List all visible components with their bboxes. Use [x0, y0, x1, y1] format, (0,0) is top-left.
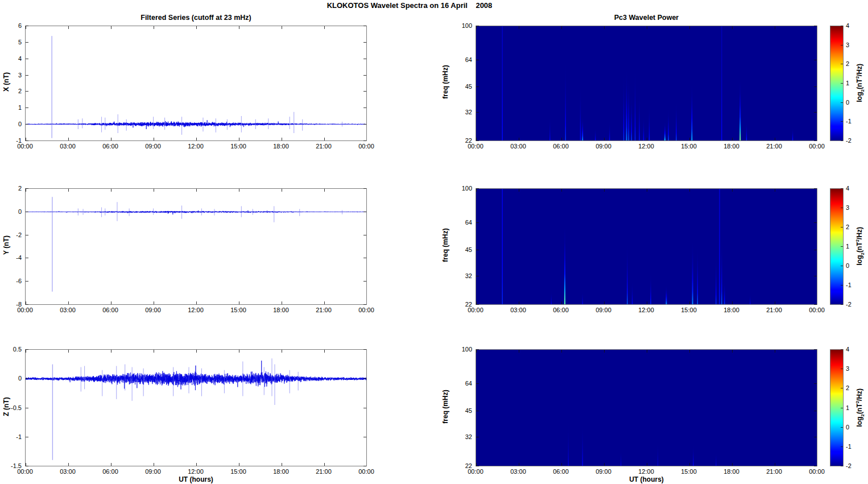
y-tick-label: 6	[5, 22, 22, 29]
colorbar-top	[830, 26, 844, 141]
x-tick-label: 15:00	[222, 307, 254, 313]
x-tick-label: 15:00	[673, 307, 705, 313]
x-tick-label: 21:00	[308, 468, 340, 475]
colorbar-middle	[830, 188, 844, 305]
x-tick-label: 03:00	[52, 143, 84, 150]
x-tick-label: 15:00	[673, 468, 705, 475]
x-tick-label: 00:00	[350, 468, 382, 475]
y-tick-label: 0	[5, 208, 22, 215]
colorbar-tick-label: 1	[846, 243, 861, 250]
y-tick-label: -1	[5, 137, 22, 144]
y-tick-label: 0	[5, 375, 22, 382]
x-tick-label: 21:00	[308, 143, 340, 150]
freq-tick-label: 64	[453, 380, 472, 387]
x-tick-label: 09:00	[588, 307, 619, 313]
colorbar-tick-label: 1	[846, 80, 861, 86]
colorbar-tick-label: -1	[846, 443, 861, 450]
freq-tick-label: 32	[453, 433, 472, 440]
ut-hours-label-left: UT (hours)	[25, 475, 367, 483]
x-tick-label: 21:00	[758, 468, 790, 475]
colorbar-tick-label: -1	[846, 282, 861, 288]
freq-tick-label: 100	[453, 346, 472, 353]
x-tick-label: 15:00	[222, 468, 254, 475]
figure-title: KLOKOTOS Wavelet Spectra on 16 April 200…	[0, 1, 819, 10]
x-tick-label: 18:00	[265, 468, 297, 475]
x-tick-label: 00:00	[350, 307, 382, 313]
colorbar-tick-label: 4	[846, 346, 861, 353]
colorbar-tick-label: -2	[846, 462, 861, 469]
x-tick-label: 03:00	[502, 468, 534, 475]
x-tick-label: 21:00	[308, 307, 340, 313]
freq-tick-label: 45	[453, 407, 472, 414]
freq-tick-label: 32	[453, 272, 472, 279]
x-tick-label: 09:00	[137, 143, 169, 150]
x-tick-label: 06:00	[545, 468, 577, 475]
freq-tick-label: 45	[453, 246, 472, 253]
x-tick-label: 09:00	[588, 143, 619, 150]
x-tick-label: 06:00	[545, 307, 577, 313]
y-tick-label: 1	[5, 104, 22, 111]
x-tick-label: 21:00	[758, 307, 790, 313]
x-tick-label: 00:00	[801, 468, 833, 475]
y-filtered-series-plot	[25, 188, 367, 305]
x-tick-label: 06:00	[545, 143, 577, 150]
x-filtered-series-plot	[25, 26, 367, 141]
freq-tick-label: 100	[453, 22, 472, 29]
freq-axis-label-top: freq (mHz)	[441, 42, 449, 122]
x-tick-label: 12:00	[180, 143, 212, 150]
ut-hours-label-right: UT (hours)	[476, 475, 817, 483]
freq-tick-label: 100	[453, 185, 472, 192]
x-tick-label: 21:00	[758, 143, 790, 150]
y-tick-label: -2	[5, 231, 22, 238]
x-tick-label: 03:00	[502, 307, 534, 313]
freq-tick-label: 45	[453, 83, 472, 90]
y-tick-label: 3	[5, 72, 22, 78]
colorbar-tick-label: -2	[846, 137, 861, 144]
x-tick-label: 06:00	[94, 143, 126, 150]
freq-axis-label-middle: freq (mHz)	[441, 205, 449, 285]
colorbar-tick-label: 2	[846, 60, 861, 67]
colorbar-label-part: 2	[855, 76, 860, 78]
colorbar-tick-label: 2	[846, 384, 861, 391]
x-tick-label: 06:00	[94, 307, 126, 313]
x-tick-label: 09:00	[588, 468, 619, 475]
x-tick-label: 06:00	[94, 468, 126, 475]
x-tick-label: 03:00	[52, 307, 84, 313]
colorbar-tick-label: 0	[846, 262, 861, 269]
x-tick-label: 12:00	[630, 143, 662, 150]
x-tick-label: 00:00	[801, 307, 833, 313]
x-tick-label: 18:00	[265, 143, 297, 150]
colorbar-tick-label: 1	[846, 404, 861, 411]
x-tick-label: 09:00	[137, 307, 169, 313]
y-tick-label: -4	[5, 254, 22, 261]
freq-tick-label: 22	[453, 301, 472, 308]
z-wavelet-power-spectrogram	[476, 349, 817, 466]
colorbar-label-part: 2	[860, 414, 865, 416]
x-tick-label: 18:00	[265, 307, 297, 313]
colorbar-tick-label: 0	[846, 99, 861, 106]
y-tick-label: -1.5	[5, 462, 22, 469]
x-tick-label: 12:00	[180, 307, 212, 313]
x-tick-label: 12:00	[630, 307, 662, 313]
y-tick-label: 0	[5, 121, 22, 127]
freq-tick-label: 64	[453, 56, 472, 63]
x-tick-label: 18:00	[716, 143, 747, 150]
colorbar-label-part: 2	[855, 239, 860, 242]
z-filtered-series-plot	[25, 349, 367, 466]
x-tick-label: 18:00	[716, 307, 747, 313]
x-wavelet-power-spectrogram	[476, 26, 817, 141]
y-wavelet-power-spectrogram	[476, 188, 817, 305]
x-tick-label: 18:00	[716, 468, 747, 475]
x-tick-label: 03:00	[52, 468, 84, 475]
y-axis-label-y-nt: Y (nT)	[2, 205, 10, 285]
freq-tick-label: 22	[453, 462, 472, 469]
colorbar-tick-label: -1	[846, 118, 861, 125]
freq-tick-label: 64	[453, 219, 472, 226]
x-tick-label: 12:00	[180, 468, 212, 475]
colorbar-label-part: 2	[860, 253, 865, 255]
colorbar-label-part: 2	[860, 89, 865, 92]
x-tick-label: 15:00	[673, 143, 705, 150]
y-tick-label: 0.5	[5, 346, 22, 353]
y-tick-label: 5	[5, 39, 22, 45]
filtered-series-title: Filtered Series (cutoff at 23 mHz)	[25, 14, 367, 22]
